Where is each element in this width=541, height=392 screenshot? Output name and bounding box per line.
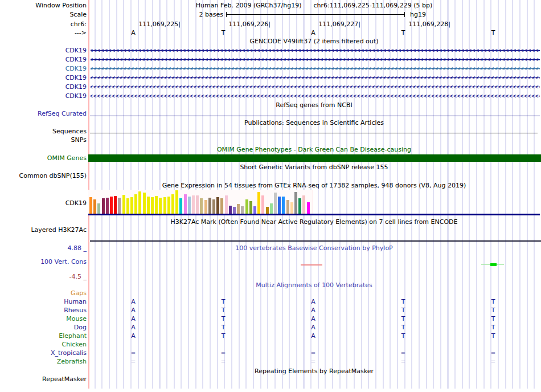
gtex-tissue-bar[interactable] — [208, 198, 211, 214]
gtex-tissue-bar[interactable] — [175, 190, 178, 214]
refseq-track-header[interactable]: RefSeq genes from NCBI — [88, 101, 540, 109]
common-dbsnp-label[interactable]: Common dbSNP(155) — [0, 172, 87, 179]
gtex-tissue-bar[interactable] — [97, 203, 100, 214]
gtex-tissue-bar[interactable] — [216, 197, 219, 214]
refseq-curated-line[interactable] — [90, 116, 540, 116]
publications-track-header[interactable]: Publications: Sequences in Scientific Ar… — [88, 119, 540, 126]
gtex-tissue-bar[interactable] — [225, 195, 228, 214]
gtex-tissue-bar[interactable] — [290, 202, 293, 214]
h3k27ac-track-header[interactable]: H3K27Ac Mark (Often Found Near Active Re… — [88, 218, 540, 226]
multiz-alignment-row[interactable]: ATATT — [0, 315, 541, 322]
gtex-tissue-bar[interactable] — [212, 199, 215, 214]
multiz-gaps-label[interactable]: Gaps — [0, 289, 87, 297]
multiz-alignment-row[interactable]: ATATT — [0, 324, 541, 331]
omim-track-header[interactable]: OMIM Gene Phenotypes - Dark Green Can Be… — [88, 146, 540, 153]
multiz-alignment-row[interactable]: ATATT — [0, 332, 541, 340]
gtex-tissue-bar[interactable] — [147, 197, 150, 214]
gtex-tissue-bar[interactable] — [118, 198, 121, 214]
multiz-alignment-row[interactable] — [0, 341, 541, 348]
phylop-negative-mark[interactable] — [301, 264, 322, 266]
gencode-transcript-arrows[interactable]: <<<<<<<<<<<<<<<<<<<<<<<<<<<<<<<<<<<<<<<<… — [91, 47, 540, 54]
gtex-tissue-bar[interactable] — [184, 194, 187, 214]
gtex-tissue-bar[interactable] — [233, 207, 236, 214]
gtex-tissue-bar[interactable] — [167, 197, 170, 214]
gtex-tissue-bar[interactable] — [93, 199, 96, 214]
gencode-transcript-label[interactable]: CDK19 — [0, 65, 87, 72]
repeatmasker-label[interactable]: RepeatMasker — [0, 375, 87, 383]
gtex-tissue-bar[interactable] — [298, 198, 301, 214]
gtex-tissue-bar[interactable] — [245, 199, 248, 214]
gencode-transcript-arrows[interactable]: <<<<<<<<<<<<<<<<<<<<<<<<<<<<<<<<<<<<<<<<… — [91, 92, 540, 100]
gtex-tissue-bar[interactable] — [89, 197, 92, 214]
gencode-transcript-arrows[interactable]: <<<<<<<<<<<<<<<<<<<<<<<<<<<<<<<<<<<<<<<<… — [91, 56, 540, 63]
gencode-transcript-label[interactable]: CDK19 — [0, 47, 87, 54]
h3k27ac-signal-line[interactable] — [90, 240, 541, 242]
gencode-transcript-label[interactable]: CDK19 — [0, 74, 87, 81]
gtex-tissue-bar[interactable] — [270, 203, 273, 214]
multiz-track-header[interactable]: Multiz Alignments of 100 Vertebrates — [88, 281, 540, 289]
gtex-tissue-bar[interactable] — [307, 202, 310, 214]
dbsnp-track-header[interactable]: Short Genetic Variants from dbSNP releas… — [88, 164, 540, 171]
multiz-alignment-row[interactable]: ===== — [0, 349, 541, 357]
repeatmasker-track-header[interactable]: Repeating Elements by RepeatMasker — [88, 368, 540, 375]
gtex-tissue-bar[interactable] — [179, 198, 182, 214]
gencode-transcript-label[interactable]: CDK19 — [0, 92, 87, 100]
gtex-tissue-bar[interactable] — [282, 197, 285, 214]
gtex-tissue-bar[interactable] — [110, 197, 113, 214]
sequence-base-row[interactable]: ATATT — [0, 29, 541, 36]
gtex-tissue-bar[interactable] — [302, 195, 305, 214]
gtex-tissue-bar[interactable] — [102, 198, 105, 214]
gtex-tissue-bar[interactable] — [241, 206, 244, 214]
gtex-tissue-bar[interactable] — [159, 198, 162, 214]
gtex-tissue-bar[interactable] — [249, 201, 252, 214]
gtex-tissue-bar[interactable] — [266, 207, 269, 214]
gtex-tissue-bar[interactable] — [278, 197, 281, 214]
multiz-alignment-row[interactable]: ATATT — [0, 298, 541, 305]
gtex-tissue-bar[interactable] — [138, 191, 141, 214]
gencode-transcript-arrows[interactable]: <<<<<<<<<<<<<<<<<<<<<<<<<<<<<<<<<<<<<<<<… — [91, 65, 540, 72]
multiz-alignment-row[interactable]: ATATT — [0, 307, 541, 314]
gtex-tissue-bar[interactable] — [151, 197, 154, 214]
gtex-track-header[interactable]: Gene Expression in 54 tissues from GTEx … — [88, 182, 540, 189]
sequences-label[interactable]: Sequences — [0, 128, 87, 135]
gtex-expression-bar-chart[interactable] — [88, 190, 313, 214]
omim-genes-label[interactable]: OMIM Genes — [0, 154, 87, 162]
gtex-tissue-bar[interactable] — [171, 194, 174, 214]
gtex-tissue-bar[interactable] — [286, 200, 289, 214]
gtex-tissue-bar[interactable] — [122, 195, 125, 214]
gtex-tissue-bar[interactable] — [126, 198, 129, 214]
refseq-curated-label[interactable]: RefSeq Curated — [0, 110, 87, 117]
gtex-gene-label[interactable]: CDK19 — [0, 199, 87, 207]
gtex-tissue-bar[interactable] — [130, 197, 133, 214]
gencode-transcript-arrows[interactable]: <<<<<<<<<<<<<<<<<<<<<<<<<<<<<<<<<<<<<<<<… — [91, 74, 540, 81]
gtex-tissue-bar[interactable] — [134, 194, 137, 214]
gtex-tissue-bar[interactable] — [204, 200, 207, 214]
gtex-tissue-bar[interactable] — [220, 198, 223, 214]
gencode-transcript-label[interactable]: CDK19 — [0, 56, 87, 63]
gencode-transcript-label[interactable]: CDK19 — [0, 83, 87, 91]
chromosome-tick-row[interactable]: 111,069,225|111,069,226|111,069,227|111,… — [0, 21, 541, 28]
gtex-tissue-bar[interactable] — [196, 195, 199, 214]
sequences-line[interactable] — [90, 133, 538, 133]
gtex-tissue-bar[interactable] — [106, 198, 109, 214]
gtex-tissue-bar[interactable] — [188, 197, 191, 214]
phylop-positive-mark-box[interactable] — [490, 263, 497, 266]
gtex-tissue-bar[interactable] — [155, 196, 158, 214]
gencode-transcript-arrows[interactable]: <<<<<<<<<<<<<<<<<<<<<<<<<<<<<<<<<<<<<<<<… — [91, 83, 540, 91]
phylop-track-header[interactable]: 100 vertebrates Basewise Conservation by… — [88, 244, 540, 252]
gtex-tissue-bar[interactable] — [257, 192, 260, 214]
gtex-tissue-bar[interactable] — [192, 195, 195, 214]
gtex-tissue-bar[interactable] — [200, 198, 203, 214]
omim-gene-bar[interactable] — [88, 154, 541, 162]
gtex-tissue-bar[interactable] — [261, 195, 264, 214]
gencode-track-header[interactable]: GENCODE V49lift37 (2 items filtered out) — [88, 38, 540, 45]
gtex-tissue-bar[interactable] — [163, 197, 166, 214]
snps-label[interactable]: SNPs — [0, 136, 87, 144]
gtex-tissue-bar[interactable] — [114, 196, 117, 214]
multiz-alignment-row[interactable]: ===== — [0, 358, 541, 365]
gtex-tissue-bar[interactable] — [253, 206, 256, 214]
gtex-tissue-bar[interactable] — [294, 192, 297, 214]
gtex-tissue-bar[interactable] — [274, 193, 277, 214]
gtex-tissue-bar[interactable] — [143, 193, 146, 214]
gtex-tissue-bar[interactable] — [229, 206, 232, 214]
